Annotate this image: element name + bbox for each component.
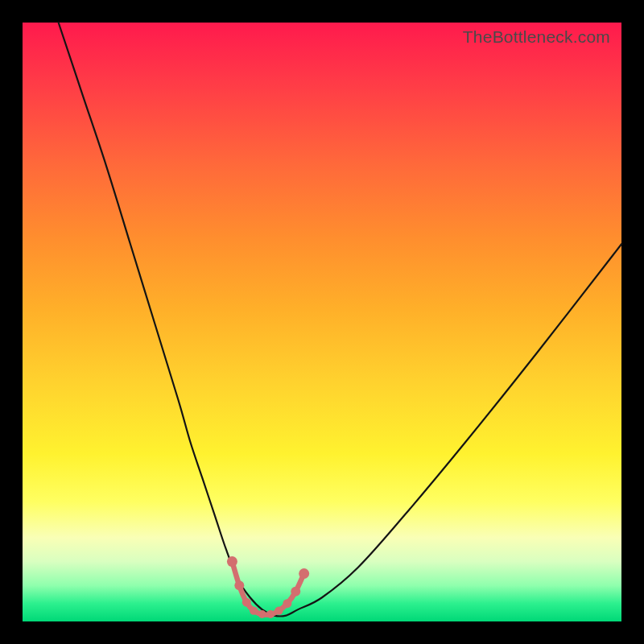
bead-marker [299, 568, 309, 579]
bead-marker [234, 580, 244, 590]
bead-marker [275, 606, 283, 614]
bead-marker [266, 610, 275, 618]
bottleneck-curve [59, 23, 621, 617]
beads-group [227, 556, 309, 618]
bead-marker [258, 610, 266, 618]
bead-marker [283, 599, 291, 608]
bead-marker [250, 606, 258, 614]
plot-area: TheBottleneck.com [23, 23, 621, 621]
bead-marker [227, 556, 237, 567]
chart-svg [23, 23, 621, 621]
bead-marker [291, 587, 300, 597]
bead-marker [242, 598, 251, 607]
outer-frame: TheBottleneck.com [0, 0, 644, 644]
